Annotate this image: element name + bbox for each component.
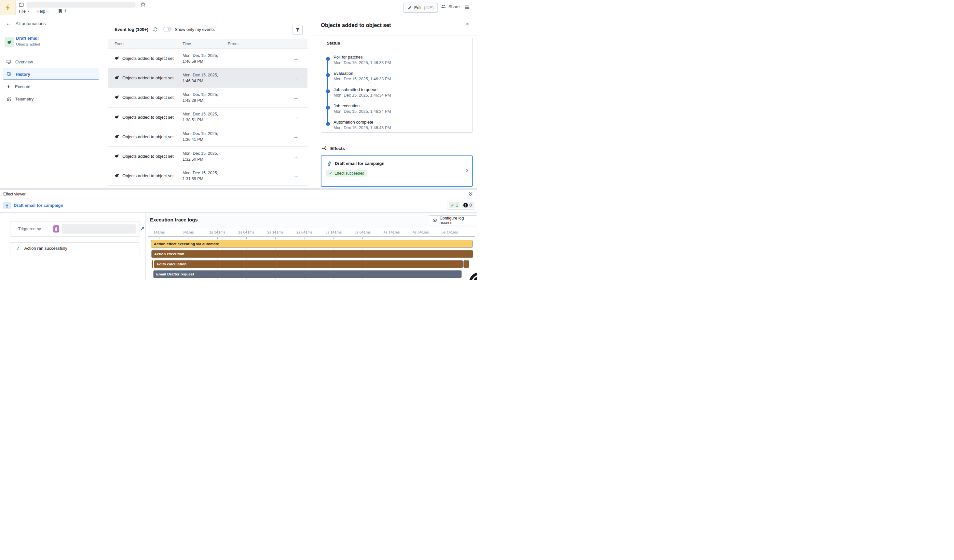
help-menu[interactable]: Help xyxy=(36,9,50,14)
event-name: Objects added to object set xyxy=(122,115,174,120)
configure-log-access-button[interactable]: Configure log access xyxy=(429,215,477,226)
edit-shortcut: (⌘E) xyxy=(424,5,433,10)
axis-tick-label: 3s 641ms xyxy=(354,230,371,234)
axis-tick-label: 2s 141ms xyxy=(267,230,284,234)
trace-bar-segment[interactable]: Email Drafter request xyxy=(153,270,462,278)
result-count-badges: ✓ 1 ! 0 xyxy=(447,201,475,210)
file-menu[interactable]: File xyxy=(19,9,30,14)
back-label: All automations xyxy=(16,21,45,26)
trace-bar-segment[interactable] xyxy=(463,260,469,268)
share-button-label: Share xyxy=(448,4,460,9)
event-log-row[interactable]: Objects added to object setMon, Dec 15, … xyxy=(108,68,307,88)
axis-tick-label: 4s 141ms xyxy=(383,230,400,234)
automation-subtitle: Objects added xyxy=(16,42,40,46)
sidebar-item-label: History xyxy=(16,72,30,77)
status-heading: Status xyxy=(321,38,472,48)
automation-name-link[interactable]: Draft email xyxy=(16,36,39,40)
trace-bar-label: Email Drafter request xyxy=(154,272,194,276)
trace-bar-segment[interactable]: Edits calculation xyxy=(154,260,463,268)
close-icon[interactable]: × xyxy=(466,21,469,27)
event-log-panel: Event log (100+) Show only my events Eve… xyxy=(103,15,313,188)
axis-tick-mark xyxy=(304,237,305,240)
filter-funnel-icon xyxy=(295,28,300,32)
open-event-arrow-icon[interactable]: → xyxy=(293,173,299,179)
column-header-event: Event xyxy=(108,39,178,48)
effect-viewer-bar: Effect viewer xyxy=(0,190,477,198)
file-menu-label: File xyxy=(19,9,26,14)
chevron-right-icon[interactable] xyxy=(465,168,469,173)
column-header-time: Time xyxy=(178,39,223,48)
trace-bar-segment[interactable]: Action effect executing via automate xyxy=(151,240,473,248)
event-log-row[interactable]: Objects added to object setMon, Dec 15, … xyxy=(108,107,307,127)
favorite-star-icon[interactable] xyxy=(140,2,146,7)
object-set-added-icon xyxy=(115,95,119,100)
step-time: Mon, Dec 15, 2025, 1:46:43 PM xyxy=(334,126,464,130)
sidebar-item-telemetry[interactable]: Telemetry xyxy=(3,93,99,104)
filter-button[interactable] xyxy=(293,25,302,35)
open-event-arrow-icon[interactable]: → xyxy=(293,133,299,140)
refresh-icon[interactable] xyxy=(153,27,158,32)
event-rows: Objects added to object setMon, Dec 15, … xyxy=(108,49,307,186)
trace-axis-line xyxy=(148,236,475,237)
axis-tick-mark xyxy=(334,237,334,240)
column-header-errors: Errors xyxy=(223,39,291,48)
check-icon: ✓ xyxy=(450,203,454,208)
help-menu-label: Help xyxy=(36,9,45,14)
event-log-row[interactable]: Objects added to object setMon, Dec 15, … xyxy=(108,127,307,147)
open-external-icon[interactable]: ↗ xyxy=(140,226,145,232)
open-event-arrow-icon[interactable]: → xyxy=(293,55,299,62)
trace-title: Execution trace logs xyxy=(150,217,198,222)
show-only-my-events-toggle[interactable] xyxy=(163,27,172,31)
lightning-logo-icon xyxy=(4,3,11,12)
sidebar-item-history[interactable]: History xyxy=(3,68,99,80)
success-count-badge[interactable]: ✓ 1 xyxy=(449,202,460,208)
chevron-down-icon xyxy=(27,10,30,13)
sidebar: ← All automations Draft email Objects ad… xyxy=(0,15,103,188)
event-time: Mon, Dec 15, 2025,1:43:29 PM xyxy=(178,92,223,103)
trace-bar-segment[interactable]: Action execution xyxy=(151,250,473,258)
open-event-arrow-icon[interactable]: → xyxy=(293,75,299,81)
event-time: Mon, Dec 15, 2025,1:46:34 PM xyxy=(178,72,223,84)
configure-log-access-label: Configure log access xyxy=(440,216,474,225)
event-log-row[interactable]: Objects added to object setMon, Dec 15, … xyxy=(108,166,307,186)
toggle-label: Show only my events xyxy=(175,27,215,32)
object-set-added-icon xyxy=(115,75,119,80)
sidebar-item-overview[interactable]: Overview xyxy=(3,56,99,67)
failure-count-badge[interactable]: ! 0 xyxy=(461,202,474,208)
trace-bar-label: Edits calculation xyxy=(154,262,186,266)
open-event-arrow-icon[interactable]: → xyxy=(293,153,299,160)
open-event-arrow-icon[interactable]: → xyxy=(293,94,299,101)
axis-tick-label: 1s 141ms xyxy=(209,230,226,234)
branch-indicator[interactable]: 1 xyxy=(58,8,66,13)
aip-draft-icon xyxy=(326,160,332,166)
list-menu-icon[interactable] xyxy=(464,5,470,10)
timeline-dot xyxy=(326,106,330,110)
back-to-all-automations[interactable]: ← All automations xyxy=(0,15,103,32)
automate-app-logo[interactable] xyxy=(0,0,16,15)
effect-card[interactable]: Draft email for campaign ✓ Effect succee… xyxy=(321,156,473,187)
failure-count: 0 xyxy=(469,203,472,207)
event-log-toolbar: Event log (100+) Show only my events xyxy=(115,24,215,34)
effect-link[interactable]: Draft email for campaign xyxy=(3,202,63,209)
edit-button[interactable]: Edit (⌘E) xyxy=(404,3,438,13)
event-name: Objects added to object set xyxy=(122,134,174,139)
details-title: Objects added to object set xyxy=(321,22,391,28)
event-log-row[interactable]: Objects added to object setMon, Dec 15, … xyxy=(108,88,307,107)
trace-bar-segment[interactable] xyxy=(152,260,153,268)
sidebar-item-execute[interactable]: Execute xyxy=(3,81,99,92)
share-button[interactable]: Share xyxy=(441,4,460,9)
event-time: Mon, Dec 15, 2025,1:46:59 PM xyxy=(178,53,223,64)
redacted-resource-title xyxy=(26,2,136,8)
event-log-row[interactable]: Objects added to object setMon, Dec 15, … xyxy=(108,49,307,68)
automation-summary[interactable]: Draft email Objects added xyxy=(0,32,103,53)
axis-tick-label: 3s 141ms xyxy=(325,230,341,234)
arrow-left-icon: ← xyxy=(6,20,11,26)
axis-tick-label: 2s 641ms xyxy=(296,230,313,234)
open-event-arrow-icon[interactable]: → xyxy=(293,114,299,120)
sidebar-item-label: Telemetry xyxy=(15,96,34,101)
double-chevron-down-icon[interactable] xyxy=(468,191,474,197)
event-log-row[interactable]: Objects added to object setMon, Dec 15, … xyxy=(108,147,307,166)
menu-divider xyxy=(54,9,55,14)
tab-effect-viewer[interactable]: Effect viewer xyxy=(0,190,27,198)
lightning-icon xyxy=(6,84,11,89)
